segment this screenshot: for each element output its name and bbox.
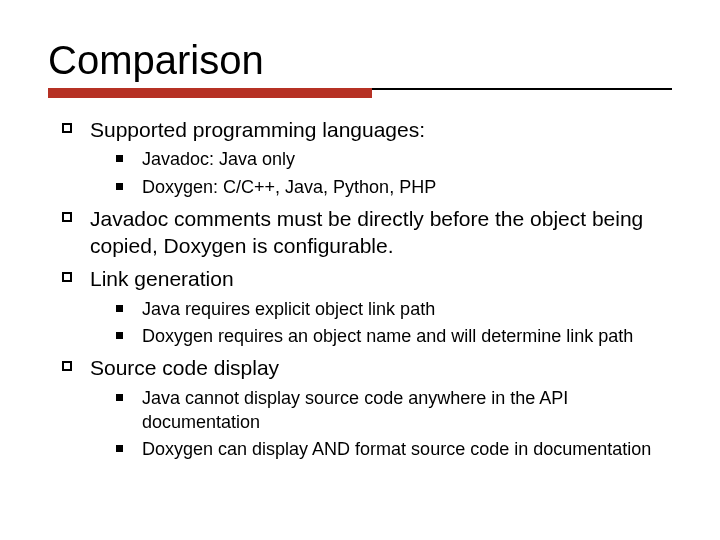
list-item: Link generation Java requires explicit o… [62, 265, 672, 348]
sub-list: Javadoc: Java only Doxygen: C/C++, Java,… [90, 147, 672, 199]
sub-list-item: Java requires explicit object link path [116, 297, 672, 321]
sub-list: Java cannot display source code anywhere… [90, 386, 672, 462]
list-item-text: Javadoc comments must be directly before… [90, 207, 643, 257]
list-item-text: Source code display [90, 356, 279, 379]
sub-list-item: Doxygen: C/C++, Java, Python, PHP [116, 175, 672, 199]
title-underline [48, 88, 672, 98]
list-item-text: Link generation [90, 267, 234, 290]
sub-list: Java requires explicit object link path … [90, 297, 672, 349]
sub-list-item: Javadoc: Java only [116, 147, 672, 171]
underline-accent [48, 88, 372, 98]
sub-list-item: Java cannot display source code anywhere… [116, 386, 672, 435]
bullet-list: Supported programming languages: Javadoc… [48, 116, 672, 462]
list-item-text: Supported programming languages: [90, 118, 425, 141]
underline-rest [372, 88, 672, 90]
list-item: Javadoc comments must be directly before… [62, 205, 672, 260]
list-item: Supported programming languages: Javadoc… [62, 116, 672, 199]
slide: Comparison Supported programming languag… [0, 0, 720, 540]
list-item: Source code display Java cannot display … [62, 354, 672, 461]
sub-list-item: Doxygen requires an object name and will… [116, 324, 672, 348]
slide-title: Comparison [48, 38, 672, 82]
sub-list-item: Doxygen can display AND format source co… [116, 437, 672, 461]
